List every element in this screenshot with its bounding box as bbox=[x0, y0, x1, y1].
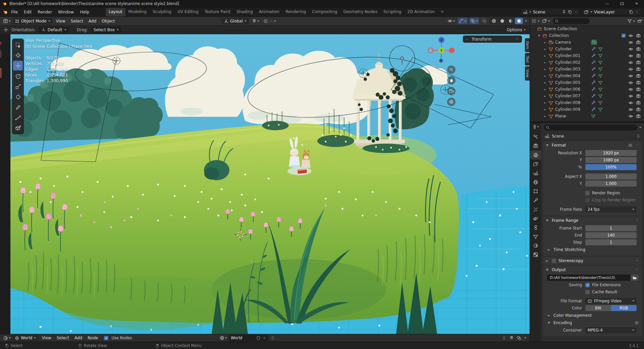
grip-icon[interactable] bbox=[635, 268, 639, 271]
properties-tab[interactable] bbox=[530, 178, 541, 187]
properties-tab[interactable] bbox=[530, 223, 541, 232]
output-path-field[interactable]: D:\All homework\blender\Thesis\3\ bbox=[547, 275, 631, 281]
orientation-dropdown[interactable]: Default bbox=[39, 27, 69, 33]
new-scene-icon[interactable] bbox=[568, 10, 572, 14]
overlay-icon[interactable] bbox=[517, 336, 522, 341]
editor-type-button[interactable] bbox=[2, 335, 12, 341]
sidebar-tab[interactable]: Tool bbox=[525, 53, 530, 65]
workspace-tab[interactable]: Compositing bbox=[309, 8, 340, 16]
disclosure-triangle[interactable] bbox=[544, 54, 548, 57]
tool-button[interactable] bbox=[13, 61, 23, 70]
container-dropdown[interactable]: MPEG-4 bbox=[585, 327, 637, 333]
mesh-data-icon[interactable] bbox=[598, 53, 603, 58]
hide-eye-icon[interactable] bbox=[628, 87, 633, 92]
outliner-search-input[interactable] bbox=[553, 18, 590, 24]
visibility-dropdown[interactable] bbox=[446, 18, 456, 24]
hide-eye-icon[interactable] bbox=[628, 60, 633, 65]
modifier-wrench-icon[interactable] bbox=[591, 107, 596, 112]
shading-solid-button[interactable] bbox=[498, 18, 506, 24]
frame-step-field[interactable]: 1 bbox=[585, 239, 637, 245]
modifier-wrench-icon[interactable] bbox=[591, 67, 596, 71]
tool-button[interactable] bbox=[13, 71, 23, 81]
perspective-toggle-button[interactable] bbox=[447, 98, 455, 106]
shader-menu-item[interactable]: Select bbox=[54, 336, 72, 340]
color-bw-button[interactable]: BW bbox=[585, 305, 611, 311]
sidebar-tab[interactable]: Item bbox=[525, 38, 530, 52]
hide-eye-icon[interactable] bbox=[628, 80, 633, 85]
crop-region-checkbox[interactable] bbox=[585, 198, 590, 202]
shading-wireframe-button[interactable] bbox=[490, 18, 498, 24]
show-gizmo-button[interactable] bbox=[458, 18, 468, 24]
workspace-tab[interactable]: Modeling bbox=[125, 8, 150, 16]
properties-tab[interactable] bbox=[530, 241, 541, 250]
properties-tab[interactable] bbox=[530, 132, 541, 141]
modifier-wrench-icon[interactable] bbox=[591, 60, 596, 65]
outliner-row[interactable]: Scene Collection bbox=[530, 26, 644, 32]
viewport-menu-item[interactable]: Object bbox=[99, 19, 117, 23]
tool-button[interactable] bbox=[13, 82, 23, 91]
minimize-button[interactable]: — bbox=[600, 0, 614, 7]
mesh-data-icon[interactable] bbox=[598, 100, 603, 105]
hide-eye-icon[interactable] bbox=[628, 47, 633, 52]
shader-menu-item[interactable]: View bbox=[39, 336, 54, 340]
gizmo-x-neg[interactable] bbox=[449, 48, 454, 53]
render-visibility-icon[interactable] bbox=[636, 100, 641, 105]
scene-selector[interactable]: Scene bbox=[521, 8, 580, 15]
properties-tab[interactable] bbox=[530, 159, 541, 168]
outliner-row[interactable]: Cylinder.007 bbox=[530, 93, 644, 99]
modifier-wrench-icon[interactable] bbox=[591, 80, 596, 85]
outliner-row[interactable]: Cylinder.004 bbox=[530, 72, 644, 79]
outliner-row[interactable]: Cylinder.001 bbox=[530, 52, 644, 59]
outliner-row[interactable]: Plane bbox=[530, 113, 644, 119]
properties-tab[interactable] bbox=[530, 196, 541, 205]
xray-toggle-button[interactable] bbox=[481, 18, 488, 24]
viewport-menu-item[interactable]: View bbox=[53, 19, 68, 23]
delete-layer-icon[interactable] bbox=[635, 10, 639, 14]
grip-icon[interactable] bbox=[635, 259, 639, 262]
transform-orientation-dropdown[interactable]: Global bbox=[221, 18, 249, 24]
output-header[interactable]: ▼Output bbox=[543, 266, 642, 274]
options-button[interactable]: Options bbox=[507, 28, 526, 32]
frame-start-field[interactable]: 1 bbox=[585, 225, 637, 231]
render-visibility-icon[interactable] bbox=[636, 114, 641, 118]
chevron-down-icon[interactable] bbox=[525, 20, 527, 22]
viewport-menu-item[interactable]: Select bbox=[68, 19, 86, 23]
hide-eye-icon[interactable] bbox=[628, 114, 633, 119]
menu-item[interactable]: Edit bbox=[21, 7, 35, 17]
disclosure-triangle[interactable] bbox=[544, 61, 548, 64]
aspect-y-field[interactable]: 1.000 bbox=[585, 181, 637, 187]
shading-rendered-button[interactable] bbox=[515, 18, 523, 24]
menu-item[interactable]: Render bbox=[35, 7, 55, 17]
properties-tab[interactable] bbox=[530, 168, 541, 178]
color-rgb-button[interactable]: RGB bbox=[611, 305, 637, 311]
preset-icon[interactable] bbox=[634, 320, 639, 325]
properties-tab[interactable] bbox=[530, 187, 541, 196]
disclosure-triangle[interactable] bbox=[544, 81, 548, 84]
outliner-row[interactable]: Cylinder bbox=[530, 46, 644, 52]
gizmo-z-neg[interactable] bbox=[439, 59, 443, 63]
camera-data-badge[interactable] bbox=[591, 40, 597, 45]
pin-icon[interactable] bbox=[502, 336, 506, 340]
mesh-data-icon[interactable] bbox=[591, 114, 596, 118]
add-workspace-button[interactable]: + bbox=[438, 8, 446, 16]
mesh-data-icon[interactable] bbox=[598, 107, 603, 112]
shader-menu-item[interactable]: Add bbox=[72, 336, 85, 340]
drag-dropdown[interactable]: Select Box bbox=[91, 27, 121, 33]
browse-folder-button[interactable] bbox=[631, 275, 639, 281]
view-layer-icon[interactable] bbox=[542, 18, 547, 23]
workspace-tab[interactable]: Shading bbox=[233, 8, 256, 16]
use-nodes-checkbox[interactable] bbox=[104, 336, 108, 340]
tool-button[interactable] bbox=[13, 92, 23, 102]
cache-result-checkbox[interactable] bbox=[585, 290, 590, 294]
workspace-tab[interactable]: Rendering bbox=[282, 8, 309, 16]
shader-menu-item[interactable]: Node bbox=[85, 336, 101, 340]
preset-icon[interactable] bbox=[628, 143, 633, 148]
outliner-row[interactable]: Cylinder.008 bbox=[530, 99, 644, 106]
format-panel-header[interactable]: ▼Format bbox=[543, 141, 642, 149]
stereoscopy-header[interactable]: ► Stereoscopy bbox=[543, 257, 642, 265]
modifier-wrench-icon[interactable] bbox=[591, 73, 596, 78]
render-visibility-icon[interactable] bbox=[636, 53, 641, 58]
disclosure-triangle[interactable] bbox=[544, 74, 548, 78]
mesh-data-icon[interactable] bbox=[598, 60, 603, 65]
workspace-tab[interactable]: Scripting bbox=[380, 8, 404, 16]
